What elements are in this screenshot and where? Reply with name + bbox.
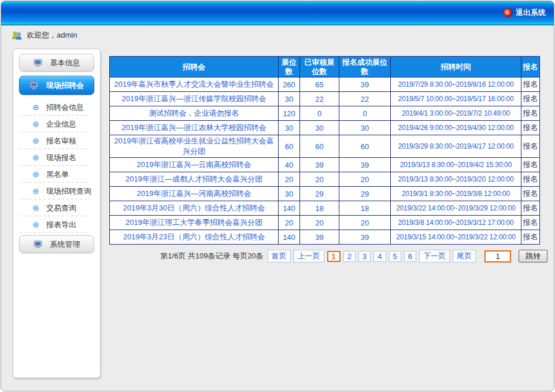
users-icon (12, 31, 23, 40)
table-row: 2019年浙江省高校毕业生就业公益性招聘大会嘉兴分团6060602019/3/2… (110, 135, 540, 158)
table-cell-registered: 20 (339, 216, 391, 230)
sidebar-subitem-label: 招聘会信息 (46, 102, 84, 113)
app-window: ✕ 退出系统 欢迎您，admin 基 (1, 1, 554, 391)
register-link[interactable]: 报名 (521, 121, 540, 135)
table-cell-registered: 22 (339, 92, 391, 106)
jobfair-name-link[interactable]: 2019年3月23日（周六）综合性人才招聘会 (110, 230, 279, 245)
sidebar-subitem[interactable]: 现场招聘查询 (13, 183, 100, 199)
sidebar-subitem[interactable]: 现场报名 (13, 149, 100, 166)
plus-circle-icon (33, 222, 39, 228)
plus-circle-icon (33, 155, 39, 161)
register-link[interactable]: 报名 (521, 158, 540, 172)
register-link[interactable]: 报名 (521, 106, 540, 121)
table-row: 2019年浙江理工大学春季招聘会嘉兴分团2020202019/3/8 14:00… (110, 216, 540, 230)
page-number-button[interactable]: 6 (404, 251, 416, 262)
table-header-row: 招聘会展位数已审核展位数报名成功展位数招聘时间报名 (110, 57, 540, 77)
jump-button[interactable]: 跳转 (519, 250, 547, 262)
plus-circle-icon (33, 138, 39, 144)
monitor-icon (29, 82, 39, 90)
monitor-icon (34, 241, 43, 249)
table-cell-registered: 30 (339, 121, 391, 135)
sidebar-item-system-admin[interactable]: 系统管理 (19, 235, 94, 253)
table-cell-approved: 60 (300, 135, 339, 158)
first-page-button[interactable]: 首页 (268, 250, 291, 262)
jobfair-table: 招聘会展位数已审核展位数报名成功展位数招聘时间报名 2019年嘉兴市秋季人才交流… (109, 56, 540, 245)
sidebar-submenu: 招聘会信息企业信息报名审核现场报名黑名单现场招聘查询交易查询报表导出 (13, 99, 100, 233)
jobfair-name-link[interactable]: 2019年浙江嘉兴—云南高校招聘会 (110, 158, 279, 172)
register-link[interactable]: 报名 (521, 187, 540, 201)
table-row: 2019年3月30日（周六）综合性人才招聘会14018182019/3/22 1… (110, 201, 540, 216)
last-page-button[interactable]: 尾页 (453, 250, 476, 262)
table-cell-time: 2019/4/1 3:00:00~2019/7/2 10:49:00 (391, 106, 521, 121)
register-link[interactable]: 报名 (521, 135, 540, 158)
jobfair-name-link[interactable]: 2019年浙江嘉兴—浙江农林大学校园招聘会 (110, 121, 279, 135)
table-cell-booths: 20 (279, 216, 300, 230)
table-cell-registered: 39 (339, 230, 391, 245)
plus-circle-icon (33, 172, 39, 177)
table-cell-time: 2019/3/13 8:30:00~2019/4/2 15:30:00 (391, 158, 521, 172)
sidebar-subitem-label: 现场招聘查询 (46, 186, 91, 197)
table-body: 2019年嘉兴市秋季人才交流大会暨毕业生招聘会26065392019/7/29 … (110, 77, 540, 245)
jobfair-name-link[interactable]: 2019年嘉兴市秋季人才交流大会暨毕业生招聘会 (110, 77, 279, 92)
plus-circle-icon (33, 105, 39, 110)
sidebar-subitem[interactable]: 企业信息 (13, 116, 100, 132)
register-link[interactable]: 报名 (521, 77, 540, 92)
jobfair-name-link[interactable]: 测试招聘会，企业请勿报名 (110, 106, 279, 121)
table-cell-approved: 18 (300, 201, 339, 216)
pagination-bar: 第1/6页 共109条记录 每页20条 首页 上一页 123456 下一页 尾页… (160, 250, 547, 262)
table-row: 测试招聘会，企业请勿报名120002019/4/1 3:00:00~2019/7… (110, 106, 540, 121)
table-cell-registered: 20 (339, 172, 391, 187)
sidebar-subitem[interactable]: 报名审核 (13, 132, 100, 149)
page-number-button[interactable]: 2 (343, 251, 356, 262)
sidebar-subitem[interactable]: 招聘会信息 (13, 99, 100, 116)
jobfair-name-link[interactable]: 2019年浙江嘉兴—浙江传媒学院校园招聘会 (110, 92, 279, 106)
register-link[interactable]: 报名 (521, 92, 540, 106)
column-header: 展位数 (279, 57, 300, 77)
sidebar-subitem-label: 交易查询 (46, 203, 76, 213)
page-number-button[interactable]: 4 (373, 251, 386, 262)
sidebar-subitem[interactable]: 报表导出 (13, 216, 100, 233)
plus-circle-icon (33, 188, 39, 194)
table-cell-booths: 60 (279, 135, 300, 158)
jobfair-name-link[interactable]: 2019年浙江嘉兴—河南高校招聘会 (110, 187, 279, 201)
sidebar-item-label: 基本信息 (50, 58, 80, 68)
table-row: 2019年浙江嘉兴—浙江传媒学院校园招聘会3022222019/5/7 10:0… (110, 92, 540, 106)
page-number-button[interactable]: 1 (327, 251, 341, 262)
table-cell-registered: 60 (339, 135, 391, 158)
jobfair-name-link[interactable]: 2019年浙江省高校毕业生就业公益性招聘大会嘉兴分团 (110, 135, 279, 158)
table-cell-approved: 20 (300, 172, 339, 187)
table-cell-registered: 0 (339, 106, 391, 121)
table-row: 2019年浙江嘉兴—浙江农林大学校园招聘会3030302019/4/26 9:0… (110, 121, 540, 135)
page-number-button[interactable]: 3 (358, 251, 371, 262)
jump-page-input[interactable] (484, 250, 511, 262)
jobfair-name-link[interactable]: 2019年浙江理工大学春季招聘会嘉兴分团 (110, 216, 279, 230)
register-link[interactable]: 报名 (521, 230, 540, 245)
table-cell-registered: 39 (339, 77, 391, 92)
sidebar-subitem[interactable]: 黑名单 (13, 166, 100, 183)
column-header: 已审核展位数 (300, 57, 339, 77)
register-link[interactable]: 报名 (521, 172, 540, 187)
prev-page-button[interactable]: 上一页 (294, 250, 324, 262)
sidebar-subitem[interactable]: 交易查询 (13, 199, 100, 216)
table-cell-booths: 30 (279, 187, 300, 201)
column-header: 报名 (521, 57, 540, 77)
table-cell-time: 2019/7/29 8:30:00~2019/8/16 12:00:00 (391, 77, 521, 92)
table-cell-booths: 140 (279, 230, 300, 245)
table-cell-time: 2019/3/22 14:00:00~2019/3/29 12:00:00 (391, 201, 521, 216)
next-page-button[interactable]: 下一页 (419, 250, 450, 262)
sidebar-item-basic-info[interactable]: 基本信息 (19, 54, 94, 72)
jobfair-name-link[interactable]: 2019年3月30日（周六）综合性人才招聘会 (110, 201, 279, 216)
table-cell-booths: 140 (279, 201, 300, 216)
sidebar: 基本信息 现场招聘会 招聘会信息企业信息报名审核现场报名黑名单现场招聘查询交易查… (13, 49, 101, 378)
table-cell-time: 2019/3/13 8:30:00~2019/3/20 12:00:00 (391, 172, 521, 187)
sidebar-item-live-jobfair[interactable]: 现场招聘会 (19, 76, 94, 95)
top-bar: ✕ 退出系统 (1, 1, 554, 25)
page-number-button[interactable]: 5 (389, 251, 401, 262)
table-cell-registered: 18 (339, 201, 391, 216)
table-cell-time: 2019/3/1 8:30:00~2019/3/8 12:00:00 (391, 187, 521, 201)
sidebar-subitem-label: 报名审核 (46, 136, 76, 146)
logout-button[interactable]: ✕ 退出系统 (503, 8, 546, 18)
jobfair-name-link[interactable]: 2019年浙江—成都人才招聘大会嘉兴分团 (110, 172, 279, 187)
register-link[interactable]: 报名 (521, 216, 540, 230)
register-link[interactable]: 报名 (521, 201, 540, 216)
